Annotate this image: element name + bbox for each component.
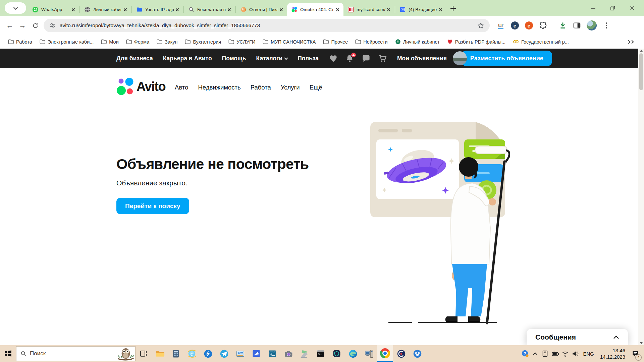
minimize-button[interactable] — [584, 0, 603, 16]
tab-besplatnaya[interactable]: Бесплатная про — [184, 3, 235, 16]
help-tray-icon[interactable]: ?i — [520, 345, 530, 362]
bookmark-folder[interactable]: Работа — [6, 39, 34, 45]
tab-inbox[interactable]: (4) Входящие — — [395, 3, 446, 16]
close-window-button[interactable] — [623, 0, 642, 16]
profile-avatar[interactable] — [587, 20, 597, 31]
camera-app-icon[interactable] — [280, 345, 297, 362]
bookmark-folder[interactable]: МУП САНОЧИСТКА — [261, 39, 318, 45]
bookmark-folder[interactable]: Прочее — [321, 39, 350, 45]
forward-button[interactable]: → — [16, 19, 29, 32]
tab-close-icon[interactable] — [437, 6, 444, 13]
edge-icon[interactable] — [345, 345, 361, 362]
messages-chat-icon[interactable] — [362, 54, 371, 63]
reload-button[interactable] — [29, 19, 42, 32]
nav-more[interactable]: Ещё — [310, 84, 322, 91]
bookmark-star-icon[interactable] — [477, 22, 484, 29]
address-bar[interactable]: avito.ru/simferopol/bytovaya_tehnika/ste… — [44, 19, 490, 32]
nav-services[interactable]: Услуги — [281, 84, 300, 91]
site-settings-icon[interactable] — [49, 22, 56, 29]
tab-search-button[interactable] — [5, 2, 26, 14]
chevron-up-icon[interactable] — [613, 335, 619, 339]
back-button[interactable]: ← — [3, 19, 16, 32]
chrome-icon-active[interactable] — [377, 345, 393, 362]
page-scrollbar[interactable] — [638, 49, 644, 345]
my-ads-link[interactable]: Мои объявления — [397, 55, 447, 62]
link-help[interactable]: Помощь — [222, 55, 246, 62]
scrollbar-thumb[interactable] — [639, 53, 643, 90]
cart-icon[interactable] — [378, 54, 387, 63]
volume-tray-icon[interactable] — [570, 345, 580, 362]
scroll-down-arrow[interactable] — [640, 342, 643, 344]
internet-explorer-icon[interactable]: e — [184, 345, 200, 362]
bookmark-gosuslugi[interactable]: Государственный р... — [511, 39, 571, 45]
blue-e-extension-icon[interactable]: e — [511, 21, 519, 30]
bookmark-folder[interactable]: Нейросети — [353, 39, 389, 45]
chrome-menu-icon[interactable] — [602, 21, 611, 30]
user-avatar[interactable] — [453, 51, 467, 65]
link-benefit[interactable]: Польза — [298, 55, 319, 62]
tab-close-icon[interactable] — [174, 6, 180, 13]
nav-jobs[interactable]: Работа — [251, 84, 271, 91]
link-for-business[interactable]: Для бизнеса — [116, 55, 153, 62]
file-explorer-icon[interactable] — [152, 345, 168, 362]
antivirus-shield-icon[interactable] — [329, 345, 345, 362]
tab-whatsapp[interactable]: WhatsApp — [28, 3, 79, 16]
bookmarks-overflow-chevrons[interactable] — [627, 41, 638, 43]
messages-panel[interactable]: Сообщения — [527, 329, 628, 345]
tab-avito-404-active[interactable]: Ошибка 404. Ст — [287, 3, 343, 16]
downloads-icon[interactable] — [558, 21, 567, 30]
tab-close-icon[interactable] — [226, 6, 232, 13]
calculator-icon[interactable] — [168, 345, 184, 362]
bookmark-pdf-split[interactable]: Разбить PDF файлы... — [445, 39, 507, 45]
id-card-app-icon[interactable] — [232, 345, 248, 362]
cast-screen-icon[interactable] — [264, 345, 280, 362]
lightning-app-icon[interactable] — [200, 345, 216, 362]
language-indicator[interactable]: ENG — [580, 351, 597, 357]
bookmark-folder[interactable]: УСЛУГИ — [226, 39, 257, 45]
scroll-up-arrow[interactable] — [640, 50, 643, 52]
tab-uznat-ip[interactable]: Узнать IP-адрес — [132, 3, 183, 16]
notifications-bell-icon[interactable]: 4 — [345, 54, 354, 63]
tab-licard[interactable]: my.licard.com/ru — [343, 3, 394, 16]
tab-close-icon[interactable] — [334, 6, 341, 13]
avito-logo[interactable]: Avito — [116, 77, 165, 96]
cryptopro-icon[interactable] — [393, 345, 409, 362]
bookmark-lichnyi-kabinet[interactable]: Личный кабинет — [393, 39, 442, 45]
battery-tray-icon[interactable] — [550, 345, 560, 362]
new-tab-button[interactable] — [448, 4, 458, 13]
tray-expand-chevron[interactable] — [530, 345, 540, 362]
side-panel-icon[interactable] — [573, 21, 581, 30]
link-career[interactable]: Карьера в Авито — [163, 55, 212, 62]
my-computer-icon[interactable] — [361, 345, 377, 362]
scan-money-app-icon[interactable] — [297, 345, 313, 362]
tab-close-icon[interactable] — [278, 6, 284, 13]
bookmark-folder[interactable]: Ферма — [124, 39, 151, 45]
action-center-icon[interactable]: 4 — [629, 345, 642, 362]
favorites-heart-icon[interactable] — [329, 54, 338, 63]
tab-close-icon[interactable] — [122, 6, 128, 13]
bookmark-folder[interactable]: Электронные каби... — [38, 39, 96, 45]
taskbar-search-box[interactable]: Поиск — [16, 346, 136, 361]
device-tray-icon[interactable] — [540, 345, 550, 362]
telegram-icon[interactable] — [216, 345, 232, 362]
extensions-puzzle-icon[interactable] — [539, 21, 547, 30]
tab-lichnyi-kabinet[interactable]: Личный кабине — [80, 3, 131, 16]
start-button[interactable] — [0, 345, 16, 362]
bookmark-folder[interactable]: Закуп — [155, 39, 179, 45]
wifi-tray-icon[interactable] — [560, 345, 570, 362]
nav-auto[interactable]: Авто — [175, 84, 188, 91]
tab-close-icon[interactable] — [385, 6, 392, 13]
tab-pikabu[interactable]: Ответы | Пикабу — [236, 3, 287, 16]
link-catalogs[interactable]: Каталоги — [256, 55, 288, 62]
scanner-app-icon[interactable] — [248, 345, 264, 362]
task-view-button[interactable] — [136, 345, 152, 362]
url-text[interactable]: avito.ru/simferopol/bytovaya_tehnika/ste… — [60, 22, 477, 28]
bookmark-folder[interactable]: Мои — [99, 39, 120, 45]
nav-realty[interactable]: Недвижимость — [198, 84, 240, 91]
languagetool-extension-icon[interactable]: LT — [496, 21, 505, 30]
terminal-icon[interactable] — [313, 345, 329, 362]
restore-button[interactable] — [603, 0, 623, 16]
tab-close-icon[interactable] — [70, 6, 76, 13]
post-ad-button[interactable]: Разместить объявление — [462, 51, 552, 66]
orange-e-extension-icon[interactable]: e — [525, 21, 533, 30]
